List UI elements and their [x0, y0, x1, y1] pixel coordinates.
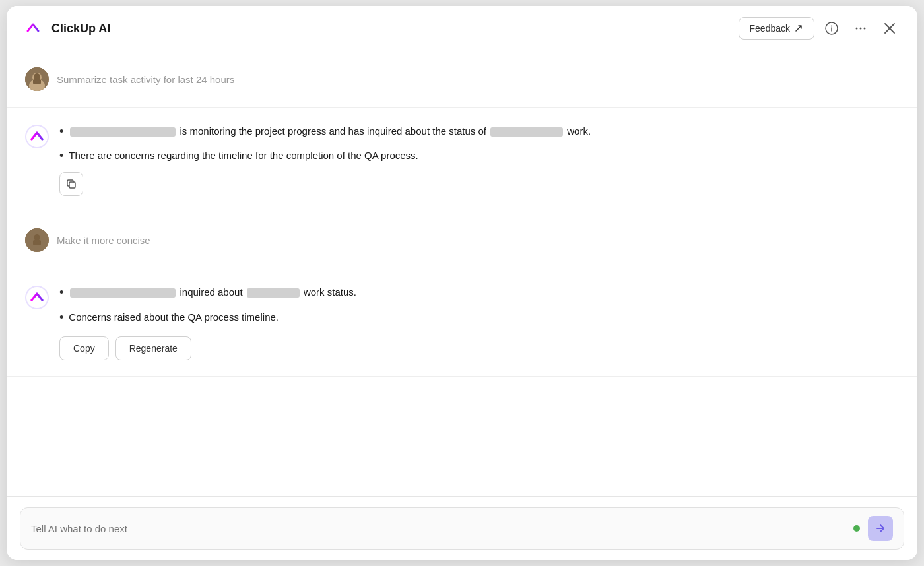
redacted-name-1 — [70, 127, 176, 137]
close-icon — [884, 22, 896, 34]
chat-input[interactable] — [31, 523, 845, 534]
ai-bullet-1-2: There are concerns regarding the timelin… — [59, 148, 899, 164]
input-area — [7, 496, 917, 560]
status-dot — [853, 525, 860, 532]
copy-label: Copy — [73, 343, 95, 354]
external-link-icon — [794, 24, 803, 33]
svg-rect-19 — [33, 240, 41, 245]
panel-header: ClickUp AI Feedback — [7, 6, 917, 51]
redacted-project-1 — [490, 127, 563, 137]
more-dots-icon — [854, 22, 867, 35]
ai-bullet-1-1: is monitoring the project progress and h… — [59, 123, 899, 140]
ai-response-content-2: inquired about work status. Concerns rai… — [59, 284, 899, 360]
svg-rect-16 — [69, 182, 75, 188]
user-message-text-1: Summarize task activity for last 24 hour… — [57, 74, 234, 85]
ai-logo-2 — [25, 286, 49, 309]
clickup-logo — [22, 18, 44, 39]
user-avatar-image-1 — [25, 67, 49, 91]
svg-rect-14 — [33, 79, 41, 84]
user-message-text-2: Make it more concise — [57, 235, 150, 246]
feedback-label: Feedback — [750, 23, 790, 34]
info-icon — [825, 22, 838, 35]
svg-point-5 — [856, 28, 858, 30]
user-message-2: Make it more concise — [7, 212, 917, 268]
more-options-button[interactable] — [849, 16, 873, 40]
ai-bullet-2-1: inquired about work status. — [59, 284, 899, 301]
input-wrapper — [20, 507, 904, 550]
chat-content: Summarize task activity for last 24 hour… — [7, 51, 917, 496]
copy-button[interactable]: Copy — [59, 336, 109, 360]
ai-bullets-1: is monitoring the project progress and h… — [59, 123, 899, 164]
svg-point-13 — [34, 73, 40, 80]
info-button[interactable] — [820, 16, 843, 40]
regenerate-button[interactable]: Regenerate — [116, 336, 191, 360]
feedback-button[interactable]: Feedback — [739, 17, 814, 40]
svg-point-4 — [831, 26, 832, 27]
ai-response-2: inquired about work status. Concerns rai… — [7, 268, 917, 376]
ai-response-1: is monitoring the project progress and h… — [7, 108, 917, 212]
svg-point-0 — [23, 18, 43, 38]
svg-point-6 — [860, 28, 862, 30]
redacted-name-2 — [70, 288, 176, 298]
close-button[interactable] — [878, 16, 902, 40]
action-buttons: Copy Regenerate — [59, 336, 899, 360]
svg-point-20 — [26, 286, 48, 309]
copy-icon — [66, 179, 77, 189]
redacted-project-2 — [247, 288, 300, 298]
header-actions: Feedback — [739, 16, 902, 40]
svg-point-18 — [34, 234, 40, 241]
app-title: ClickUp AI — [51, 22, 739, 36]
user-avatar-2 — [25, 228, 49, 252]
user-message-1: Summarize task activity for last 24 hour… — [7, 51, 917, 108]
copy-icon-button-1[interactable] — [59, 172, 83, 196]
ai-response-content-1: is monitoring the project progress and h… — [59, 123, 899, 196]
svg-point-7 — [864, 28, 866, 30]
send-button[interactable] — [868, 516, 893, 541]
ai-panel: ClickUp AI Feedback — [7, 6, 917, 560]
user-avatar-1 — [25, 67, 49, 91]
ai-bullets-2: inquired about work status. Concerns rai… — [59, 284, 899, 325]
ai-logo-1 — [25, 125, 49, 148]
send-icon — [874, 522, 886, 534]
ai-bullet-2-2: Concerns raised about the QA process tim… — [59, 309, 899, 326]
regenerate-label: Regenerate — [129, 343, 178, 354]
svg-point-15 — [26, 125, 48, 148]
user-avatar-image-2 — [25, 228, 49, 252]
